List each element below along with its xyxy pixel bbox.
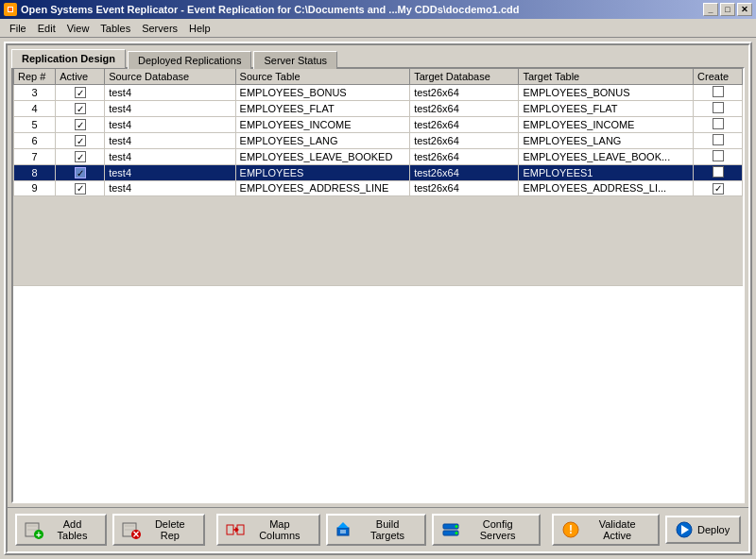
tab-server-status[interactable]: Server Status	[253, 51, 337, 69]
cell-target-table: EMPLOYEES1	[519, 165, 694, 181]
cell-target-db: test26x64	[410, 117, 519, 133]
table-row[interactable]: 7test4EMPLOYEES_LEAVE_BOOKEDtest26x64EMP…	[14, 149, 743, 165]
cell-create[interactable]	[694, 101, 743, 117]
cell-create[interactable]	[694, 149, 743, 165]
cell-source-db: test4	[105, 149, 235, 165]
table-row[interactable]: 8test4EMPLOYEEStest26x64EMPLOYEES1	[14, 165, 743, 181]
cell-target-db: test26x64	[410, 181, 519, 196]
tab-bar: Replication Design Deployed Replications…	[8, 45, 748, 67]
table-container: Rep # Active Source Database Source Tabl…	[13, 69, 743, 285]
deploy-icon	[675, 520, 694, 539]
cell-create[interactable]	[694, 165, 743, 181]
cell-active[interactable]	[56, 133, 105, 149]
build-targets-icon	[335, 520, 354, 539]
col-create: Create	[694, 69, 743, 85]
cell-source-db: test4	[105, 181, 235, 196]
cell-active[interactable]	[56, 181, 105, 196]
cell-active[interactable]	[56, 117, 105, 133]
empty-area	[13, 285, 743, 502]
cell-target-table: EMPLOYEES_ADDRESS_LI...	[519, 181, 694, 196]
config-servers-label: Config Servers	[464, 518, 531, 541]
maximize-button[interactable]: □	[720, 3, 735, 16]
cell-source-db: test4	[105, 133, 235, 149]
svg-point-23	[455, 525, 458, 528]
cell-active[interactable]	[56, 149, 105, 165]
col-source-table: Source Table	[235, 69, 410, 85]
cell-source-db: test4	[105, 165, 235, 181]
cell-create[interactable]	[694, 85, 743, 101]
menu-view[interactable]: View	[61, 21, 95, 36]
add-tables-label: Add Tables	[47, 518, 97, 541]
deploy-button[interactable]: Deploy	[665, 516, 741, 544]
col-source-db: Source Database	[105, 69, 235, 85]
cell-target-table: EMPLOYEES_LANG	[519, 133, 694, 149]
cell-rep-num: 4	[14, 101, 56, 117]
cell-active[interactable]	[56, 101, 105, 117]
col-rep-num: Rep #	[14, 69, 56, 85]
map-columns-label: Map Columns	[249, 518, 311, 541]
button-bar: + Add Tables ×	[8, 507, 748, 551]
cell-create[interactable]	[694, 181, 743, 196]
svg-rect-9	[125, 525, 134, 527]
cell-source-table: EMPLOYEES_INCOME	[235, 117, 410, 133]
close-button[interactable]: ✕	[737, 3, 752, 16]
svg-text:×: ×	[132, 528, 139, 539]
cell-target-db: test26x64	[410, 149, 519, 165]
menu-tables[interactable]: Tables	[94, 21, 136, 36]
cell-source-table: EMPLOYEES_LEAVE_BOOKED	[235, 149, 410, 165]
cell-source-table: EMPLOYEES	[235, 165, 410, 181]
cell-source-db: test4	[105, 117, 235, 133]
table-row[interactable]: 4test4EMPLOYEES_FLATtest26x64EMPLOYEES_F…	[14, 101, 743, 117]
delete-rep-icon: ×	[122, 520, 141, 539]
cell-source-table: EMPLOYEES_BONUS	[235, 85, 410, 101]
svg-marker-18	[337, 522, 349, 528]
app-icon	[4, 3, 17, 16]
cell-rep-num: 3	[14, 85, 56, 101]
tab-deployed-replications[interactable]: Deployed Replications	[128, 51, 251, 69]
cell-create[interactable]	[694, 133, 743, 149]
delete-rep-button[interactable]: × Delete Rep	[112, 514, 205, 546]
cell-target-db: test26x64	[410, 133, 519, 149]
window-title: Open Systems Event Replicator - Event Re…	[21, 4, 520, 15]
table-row[interactable]: 3test4EMPLOYEES_BONUStest26x64EMPLOYEES_…	[14, 85, 743, 101]
add-tables-icon: +	[25, 520, 43, 539]
menu-file[interactable]: File	[4, 21, 32, 36]
table-row[interactable]: 5test4EMPLOYEES_INCOMEtest26x64EMPLOYEES…	[14, 117, 743, 133]
cell-target-table: EMPLOYEES_LEAVE_BOOK...	[519, 149, 694, 165]
build-targets-button[interactable]: Build Targets	[326, 514, 426, 546]
menu-servers[interactable]: Servers	[136, 21, 183, 36]
tab-replication-design[interactable]: Replication Design	[11, 49, 126, 68]
table-row[interactable]: 6test4EMPLOYEES_LANGtest26x64EMPLOYEES_L…	[14, 133, 743, 149]
cell-source-table: EMPLOYEES_ADDRESS_LINE	[235, 181, 410, 196]
menu-help[interactable]: Help	[183, 21, 216, 36]
cell-target-table: EMPLOYEES_FLAT	[519, 101, 694, 117]
cell-active[interactable]	[56, 165, 105, 181]
cell-rep-num: 8	[14, 165, 56, 181]
map-columns-button[interactable]: Map Columns	[216, 514, 320, 546]
validate-active-button[interactable]: ! Validate Active	[552, 514, 660, 546]
add-tables-button[interactable]: + Add Tables	[15, 514, 107, 546]
cell-target-db: test26x64	[410, 85, 519, 101]
cell-active[interactable]	[56, 85, 105, 101]
cell-source-db: test4	[105, 101, 235, 117]
svg-rect-2	[9, 8, 12, 11]
minimize-button[interactable]: _	[703, 3, 718, 16]
cell-create[interactable]	[694, 117, 743, 133]
table-row[interactable]: 9test4EMPLOYEES_ADDRESS_LINEtest26x64EMP…	[14, 181, 743, 196]
config-servers-button[interactable]: Config Servers	[432, 514, 541, 546]
col-active: Active	[56, 69, 105, 85]
validate-active-label: Validate Active	[584, 518, 650, 541]
cell-rep-num: 5	[14, 117, 56, 133]
cell-rep-num: 9	[14, 181, 56, 196]
svg-rect-17	[337, 528, 349, 535]
replication-table: Rep # Active Source Database Source Tabl…	[13, 69, 743, 196]
col-target-table: Target Table	[519, 69, 694, 85]
cell-rep-num: 7	[14, 149, 56, 165]
svg-text:+: +	[36, 530, 42, 539]
content-panel: Rep # Active Source Database Source Tabl…	[11, 67, 745, 503]
menu-edit[interactable]: Edit	[32, 21, 61, 36]
delete-rep-label: Delete Rep	[145, 518, 196, 541]
cell-source-db: test4	[105, 85, 235, 101]
menu-bar: File Edit View Tables Servers Help	[0, 19, 756, 38]
build-targets-label: Build Targets	[358, 518, 417, 541]
